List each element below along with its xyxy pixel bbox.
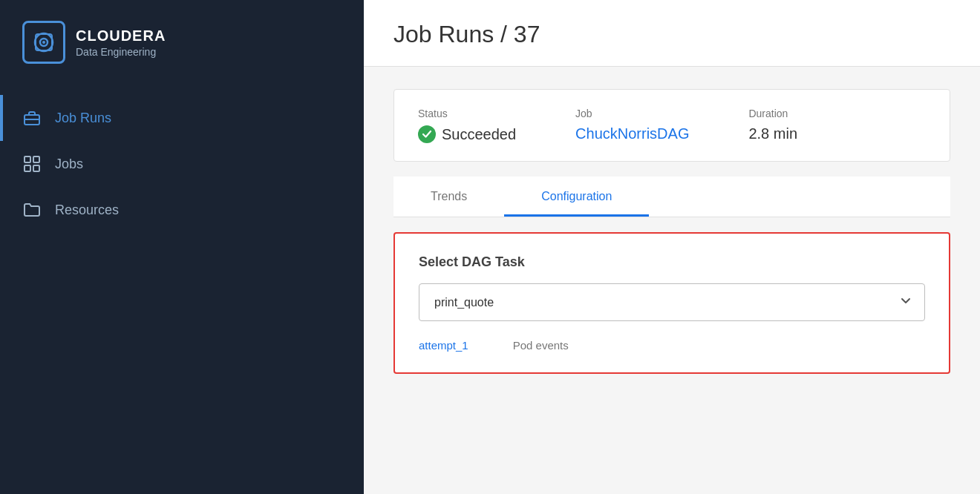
sidebar-item-jobs-label: Jobs — [55, 157, 83, 172]
logo-icon — [22, 21, 65, 64]
sidebar-item-jobs[interactable]: Jobs — [0, 141, 364, 187]
sidebar-item-job-runs[interactable]: Job Runs — [0, 95, 364, 141]
status-card: Status Succeeded Job ChuckNorrisDAG — [393, 89, 950, 162]
main-content: Job Runs / 37 Status Succeeded Job — [364, 0, 980, 494]
folder-icon — [22, 200, 42, 220]
grid-icon — [22, 154, 42, 174]
logo-area: CLOUDERA Data Engineering — [0, 0, 364, 88]
duration-value: 2.8 min — [748, 125, 797, 142]
attempt-tab[interactable]: attempt_1 — [419, 339, 468, 352]
dag-task-select[interactable]: print_quote task_1 task_2 — [419, 283, 925, 321]
status-label: Status — [418, 108, 516, 119]
sidebar: CLOUDERA Data Engineering Job Runs — [0, 0, 364, 494]
svg-point-2 — [42, 41, 45, 44]
svg-rect-8 — [24, 165, 30, 171]
tab-configuration[interactable]: Configuration — [504, 177, 649, 217]
job-group: Job ChuckNorrisDAG — [575, 108, 689, 142]
dag-select-wrapper: print_quote task_1 task_2 — [419, 283, 925, 321]
dag-title: Select DAG Task — [419, 254, 925, 270]
tabs-container: Trends Configuration — [393, 177, 950, 217]
status-text: Succeeded — [442, 126, 516, 143]
page-header: Job Runs / 37 — [364, 0, 980, 67]
duration-text: 2.8 min — [748, 125, 797, 142]
briefcase-icon — [22, 108, 42, 128]
bottom-tabs: attempt_1 Pod events — [419, 336, 925, 352]
product-name: Data Engineering — [76, 46, 166, 58]
status-value: Succeeded — [418, 125, 516, 143]
status-group: Status Succeeded — [418, 108, 516, 143]
page-title: Job Runs / 37 — [393, 21, 950, 48]
sidebar-item-resources[interactable]: Resources — [0, 187, 364, 233]
tab-trends-label: Trends — [431, 190, 467, 202]
company-name: CLOUDERA — [76, 27, 166, 45]
main-body: Status Succeeded Job ChuckNorrisDAG — [364, 67, 980, 494]
logo-text: CLOUDERA Data Engineering — [76, 27, 166, 58]
duration-label: Duration — [748, 108, 797, 119]
sidebar-item-resources-label: Resources — [55, 202, 119, 218]
tab-trends[interactable]: Trends — [393, 177, 504, 217]
job-link[interactable]: ChuckNorrisDAG — [575, 125, 689, 142]
job-value[interactable]: ChuckNorrisDAG — [575, 125, 689, 142]
sidebar-item-job-runs-label: Job Runs — [55, 111, 111, 126]
svg-rect-9 — [33, 165, 39, 171]
duration-group: Duration 2.8 min — [748, 108, 797, 142]
svg-rect-7 — [33, 157, 39, 162]
success-icon — [418, 125, 436, 143]
pod-events-tab[interactable]: Pod events — [513, 339, 569, 352]
tab-configuration-label: Configuration — [541, 190, 612, 202]
sidebar-nav: Job Runs Jobs Resources — [0, 88, 364, 240]
dag-section: Select DAG Task print_quote task_1 task_… — [393, 232, 950, 374]
svg-rect-6 — [24, 157, 30, 162]
job-label: Job — [575, 108, 689, 119]
